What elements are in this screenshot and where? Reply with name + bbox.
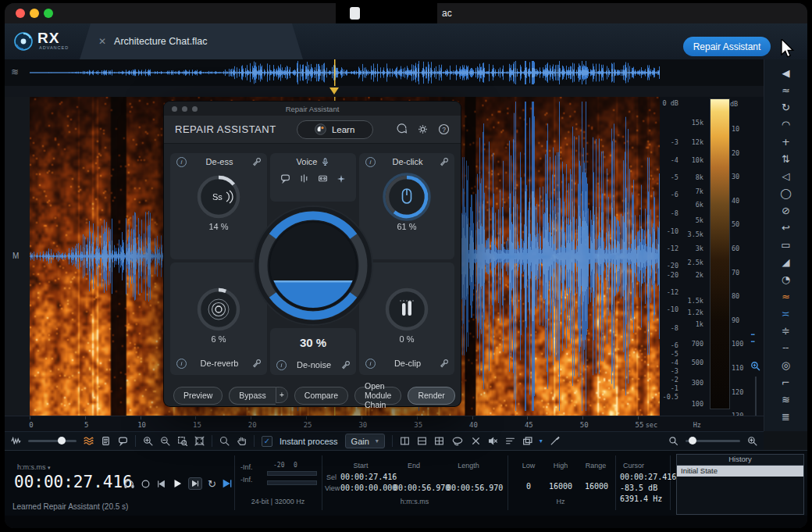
- loop-button[interactable]: ↻: [208, 478, 216, 490]
- instant-process-label[interactable]: Instant process: [280, 437, 338, 446]
- feedback-icon[interactable]: [396, 123, 408, 135]
- sparkle-icon[interactable]: [337, 173, 346, 184]
- tab-close-icon[interactable]: ✕: [98, 36, 106, 47]
- time-format-label[interactable]: h:m:s.ms ▾: [17, 463, 51, 471]
- eq-match-icon[interactable]: ≍: [764, 305, 807, 322]
- zoom-out-icon[interactable]: [160, 436, 170, 446]
- info-icon[interactable]: i: [176, 359, 187, 369]
- comments-icon[interactable]: [118, 436, 128, 446]
- skip-forward-button[interactable]: [188, 477, 202, 490]
- view-split-horizontal-icon[interactable]: [417, 436, 427, 446]
- overview-options-icon[interactable]: ≋: [11, 66, 19, 77]
- blend-slider[interactable]: [28, 440, 77, 442]
- settings-gear-icon[interactable]: [417, 123, 429, 135]
- zoom-window-button[interactable]: [44, 9, 53, 18]
- horizontal-zoom-slider[interactable]: [686, 440, 740, 442]
- waves-icon[interactable]: ≋: [764, 391, 807, 408]
- minimize-window-button[interactable]: [30, 9, 39, 18]
- hzoom-out-icon[interactable]: [668, 436, 678, 446]
- notes-icon[interactable]: [101, 436, 111, 446]
- hand-tool-icon[interactable]: [237, 436, 247, 446]
- compare-button[interactable]: Compare: [294, 387, 348, 405]
- close-window-button[interactable]: [16, 9, 25, 18]
- repair-assistant-panel[interactable]: Repair Assistant REPAIR ASSISTANT Learn …: [164, 102, 461, 406]
- instant-process-checkbox[interactable]: ✓: [262, 436, 272, 447]
- bypass-plus-button[interactable]: +: [276, 387, 288, 403]
- wrench-icon[interactable]: [440, 158, 448, 166]
- mic-icon[interactable]: [321, 157, 329, 166]
- waveform-scale-icon[interactable]: [11, 436, 21, 446]
- lasso-tool-icon[interactable]: [451, 436, 464, 447]
- hzoom-in-icon[interactable]: [747, 436, 757, 446]
- play-button[interactable]: [172, 478, 183, 489]
- monitor-icon[interactable]: ◁: [764, 167, 807, 184]
- magnifier-tool-icon[interactable]: [219, 436, 230, 446]
- current-time-display[interactable]: 00:00:27.416: [14, 473, 133, 491]
- dialogue-icon[interactable]: [280, 173, 290, 184]
- open-module-chain-button[interactable]: Open Module Chain: [354, 387, 401, 405]
- vertical-zoom-in-icon[interactable]: [750, 361, 760, 371]
- view-split-vertical-icon[interactable]: [400, 436, 410, 446]
- follow-playhead-button[interactable]: [222, 478, 233, 489]
- spectrogram-blend-icon[interactable]: [84, 436, 94, 446]
- info-icon[interactable]: i: [365, 359, 376, 369]
- loop-playback-icon[interactable]: ↻: [764, 98, 807, 116]
- help-icon[interactable]: ?: [438, 123, 450, 135]
- panel-window-buttons[interactable]: [172, 106, 198, 112]
- info-icon[interactable]: i: [276, 360, 287, 370]
- fade-curve-icon[interactable]: ◠: [764, 116, 807, 133]
- monitor-icon[interactable]: [123, 479, 135, 489]
- playhead-marker-row[interactable]: [5, 86, 764, 97]
- corner-select-icon[interactable]: ⌐: [764, 373, 807, 391]
- record-button[interactable]: [141, 479, 151, 489]
- mute-selection-icon[interactable]: [488, 436, 498, 446]
- process-select[interactable]: Gain ▾: [345, 434, 385, 448]
- selection-tool-icon[interactable]: ◀: [764, 64, 807, 81]
- bypass-button[interactable]: Bypass: [229, 387, 275, 405]
- ambience-match-icon[interactable]: ≈: [764, 287, 807, 305]
- bypass-button-group[interactable]: Bypass +: [229, 387, 287, 405]
- de-noise-main-knob[interactable]: [252, 205, 374, 327]
- vertical-zoom-control[interactable]: ╍╍: [748, 97, 764, 416]
- ramp-icon[interactable]: ◢: [764, 253, 807, 270]
- info-icon[interactable]: i: [176, 157, 187, 167]
- history-item[interactable]: Initial State: [677, 466, 803, 477]
- wrench-icon[interactable]: [440, 359, 448, 368]
- waveform-view-icon[interactable]: ≈: [764, 81, 807, 98]
- wrench-icon[interactable]: [252, 359, 261, 368]
- info-icon[interactable]: i: [365, 157, 376, 167]
- panel-titlebar[interactable]: Repair Assistant: [164, 102, 461, 116]
- repair-assistant-button[interactable]: Repair Assistant: [683, 37, 771, 56]
- frame-select-icon[interactable]: ▭: [764, 236, 807, 253]
- view-grid-icon[interactable]: [434, 436, 444, 446]
- target-icon[interactable]: ◎: [764, 356, 807, 373]
- levels-icon[interactable]: ≑: [764, 322, 807, 339]
- dashed-tool-icon[interactable]: ╌: [764, 339, 807, 356]
- skip-back-button[interactable]: [156, 479, 166, 489]
- preview-button[interactable]: Preview: [173, 387, 223, 405]
- layers-icon[interactable]: [522, 436, 532, 446]
- tape-icon[interactable]: [318, 173, 328, 184]
- learn-button[interactable]: Learn: [297, 120, 373, 139]
- zoom-fit-icon[interactable]: [194, 436, 205, 446]
- file-tab[interactable]: ✕ Architecture Chat.flac: [80, 23, 303, 59]
- zoom-in-icon[interactable]: [143, 436, 153, 446]
- swap-channels-icon[interactable]: ⇅: [764, 150, 807, 167]
- eq-bars-icon[interactable]: [299, 173, 309, 184]
- layers-dropdown-icon[interactable]: ▾: [540, 437, 543, 445]
- stairs-icon[interactable]: ≣: [764, 408, 807, 425]
- waveform-overview[interactable]: ≋: [5, 59, 764, 87]
- brush-tool-icon[interactable]: [550, 436, 560, 446]
- ellipse-select-icon[interactable]: ◯: [764, 184, 807, 202]
- render-button[interactable]: Render: [408, 387, 454, 405]
- crosshair-icon[interactable]: +: [764, 133, 807, 150]
- wrench-icon[interactable]: [341, 361, 350, 370]
- voice-label[interactable]: Voice: [297, 157, 318, 166]
- zoom-selection-icon[interactable]: [177, 436, 187, 446]
- playhead-marker-icon[interactable]: [329, 87, 339, 95]
- fade-lines-icon[interactable]: [505, 436, 515, 446]
- hook-select-icon[interactable]: ↩: [764, 219, 807, 236]
- delete-selection-icon[interactable]: [471, 436, 481, 446]
- wrench-icon[interactable]: [252, 158, 261, 166]
- clock-icon[interactable]: ◔: [764, 270, 807, 287]
